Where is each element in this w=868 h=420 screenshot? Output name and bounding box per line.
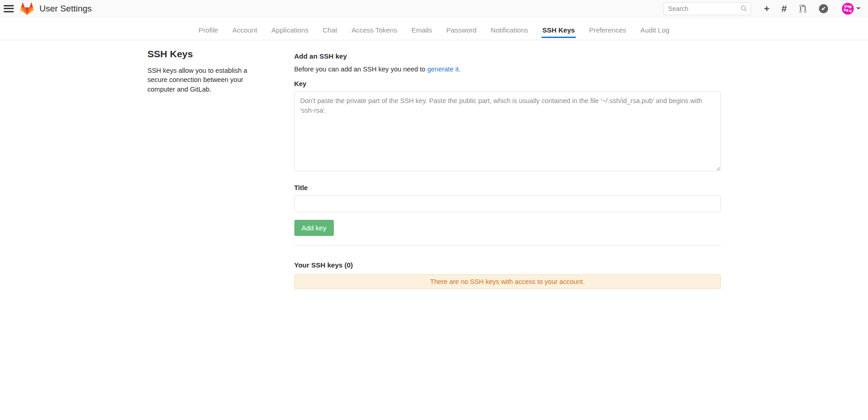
ssh-key-form-area: Add an SSH key Before you can add an SSH… [294, 49, 721, 289]
key-field-label: Key [294, 80, 721, 87]
caret-down-icon [856, 7, 861, 10]
ssh-key-textarea[interactable] [294, 91, 721, 171]
page-title: User Settings [39, 4, 92, 14]
section-heading: SSH Keys [148, 49, 266, 60]
generate-it-link[interactable]: generate it. [427, 65, 461, 73]
issues-hash-icon[interactable]: # [781, 4, 787, 13]
avatar[interactable] [842, 3, 854, 15]
add-key-button[interactable]: Add key [294, 220, 334, 236]
title-field-label: Title [294, 184, 721, 191]
section-description-text: SSH keys allow you to establish a secure… [148, 66, 266, 94]
tab-profile[interactable]: Profile [198, 17, 219, 38]
section-divider [294, 245, 721, 246]
tab-audit-log[interactable]: Audit Log [640, 17, 670, 38]
generate-key-hint: Before you can add an SSH key you need t… [294, 65, 721, 73]
search-input[interactable] [663, 2, 751, 15]
no-keys-warning-banner: There are no SSH keys with access to you… [294, 274, 721, 289]
section-description: SSH Keys SSH keys allow you to establish… [148, 49, 294, 289]
tab-applications[interactable]: Applications [271, 17, 310, 38]
new-plus-icon[interactable]: + [764, 4, 769, 13]
settings-tabs: Profile Account Applications Chat Access… [0, 17, 868, 40]
todos-check-icon[interactable]: ✔ [819, 4, 828, 13]
key-title-input[interactable] [294, 195, 721, 212]
search-icon [741, 5, 747, 12]
search-container [663, 2, 751, 15]
tab-notifications[interactable]: Notifications [490, 17, 529, 38]
your-ssh-keys-heading: Your SSH keys (0) [294, 261, 721, 269]
generate-key-hint-text: Before you can add an SSH key you need t… [294, 65, 427, 73]
tab-preferences[interactable]: Preferences [588, 17, 627, 38]
merge-request-icon[interactable] [799, 4, 807, 13]
tab-ssh-keys[interactable]: SSH Keys [542, 17, 576, 38]
top-header-bar: User Settings + # ✔ [0, 0, 868, 17]
tab-password[interactable]: Password [445, 17, 477, 38]
add-ssh-key-heading: Add an SSH key [294, 52, 721, 60]
tab-access-tokens[interactable]: Access Tokens [350, 17, 398, 38]
settings-tabs-bar: Profile Account Applications Chat Access… [0, 17, 868, 40]
menu-icon[interactable] [4, 5, 14, 12]
gitlab-logo-icon[interactable] [20, 2, 34, 15]
tab-chat[interactable]: Chat [322, 17, 338, 38]
user-menu[interactable] [842, 3, 861, 15]
ssh-keys-page: SSH Keys SSH keys allow you to establish… [148, 40, 721, 289]
tab-emails[interactable]: Emails [410, 17, 433, 38]
tab-account[interactable]: Account [232, 17, 258, 38]
